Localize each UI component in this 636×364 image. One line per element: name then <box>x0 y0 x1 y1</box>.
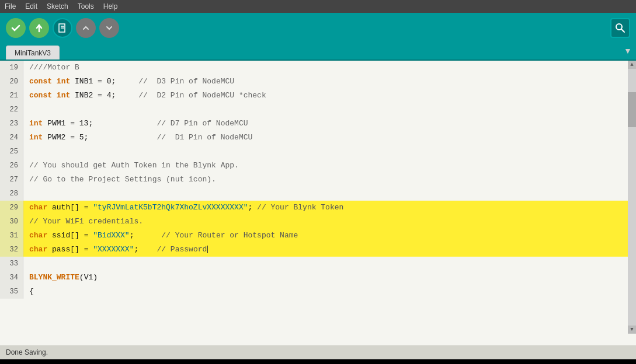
code-line: 22 <box>0 103 628 117</box>
scroll-down-arrow[interactable]: ▼ <box>628 326 636 334</box>
menu-file[interactable]: File <box>5 2 16 10</box>
upload-button[interactable] <box>29 18 49 38</box>
line-content: // You should get Auth Token in the Blyn… <box>23 159 628 173</box>
save-button[interactable] <box>99 18 119 38</box>
line-content: ////Motor B <box>23 61 628 75</box>
line-number: 30 <box>0 215 23 229</box>
menu-sketch[interactable]: Sketch <box>47 2 68 10</box>
tabbar: MiniTankV3 ▼ <box>0 43 636 61</box>
line-number: 25 <box>0 145 23 159</box>
menu-edit[interactable]: Edit <box>25 2 37 10</box>
code-line: 20const int INB1 = 0; // D3 Pin of NodeM… <box>0 75 628 89</box>
line-number: 32 <box>0 243 23 257</box>
line-number: 26 <box>0 159 23 173</box>
menu-help[interactable]: Help <box>103 2 118 10</box>
code-line: 33 <box>0 257 628 271</box>
line-number: 33 <box>0 257 23 271</box>
line-content: // Your WiFi credentials. <box>23 215 628 229</box>
line-number: 34 <box>0 271 23 285</box>
line-content: char pass[] = "XXXXXXX"; // Password <box>23 243 628 257</box>
code-area[interactable]: 19////Motor B20const int INB1 = 0; // D3… <box>0 61 628 345</box>
svg-line-5 <box>621 29 624 32</box>
line-number: 23 <box>0 117 23 131</box>
line-number: 31 <box>0 229 23 243</box>
line-content: int PWM1 = 13; // D7 Pin of NodeMCU <box>23 117 628 131</box>
code-line: 21const int INB2 = 4; // D2 Pin of NodeM… <box>0 89 628 103</box>
line-content: const int INB2 = 4; // D2 Pin of NodeMCU… <box>23 89 628 103</box>
editor-container: 19////Motor B20const int INB1 = 0; // D3… <box>0 61 636 345</box>
scroll-up-arrow[interactable]: ▲ <box>628 61 636 69</box>
statusbar: Done Saving. <box>0 345 636 359</box>
code-line: 30// Your WiFi credentials. <box>0 215 628 229</box>
code-line: 28 <box>0 187 628 201</box>
line-number: 28 <box>0 187 23 201</box>
verify-button[interactable] <box>6 18 26 38</box>
code-line: 27// Go to the Project Settings (nut ico… <box>0 173 628 187</box>
line-number: 19 <box>0 61 23 75</box>
line-content: BLYNK_WRITE(V1) <box>23 271 628 285</box>
line-number: 35 <box>0 285 23 299</box>
status-text: Done Saving. <box>6 348 48 356</box>
line-content <box>23 257 628 271</box>
bottom-area <box>0 359 636 364</box>
tab-dropdown-button[interactable]: ▼ <box>620 42 636 60</box>
menubar: File Edit Sketch Tools Help <box>0 0 636 13</box>
line-content: char auth[] = "tyRJVmLatK5bT2hQk7XhoZLvX… <box>23 201 628 215</box>
code-line: 23int PWM1 = 13; // D7 Pin of NodeMCU <box>0 117 628 131</box>
line-content: { <box>23 285 628 299</box>
line-number: 29 <box>0 201 23 215</box>
scrollbar[interactable]: ▲ ▼ <box>628 61 636 334</box>
code-line: 24int PWM2 = 5; // D1 Pin of NodeMCU <box>0 131 628 145</box>
line-content <box>23 187 628 201</box>
line-content <box>23 145 628 159</box>
line-content: char ssid[] = "BidXXX"; // Your Router o… <box>23 229 628 243</box>
line-number: 24 <box>0 131 23 145</box>
line-content <box>23 103 628 117</box>
line-number: 21 <box>0 89 23 103</box>
search-button[interactable] <box>610 18 630 38</box>
tab-minitankv3[interactable]: MiniTankV3 <box>6 46 60 60</box>
line-content: int PWM2 = 5; // D1 Pin of NodeMCU <box>23 131 628 145</box>
code-line: 32char pass[] = "XXXXXXX"; // Password <box>0 243 628 257</box>
open-button[interactable] <box>76 18 96 38</box>
code-line: 29char auth[] = "tyRJVmLatK5bT2hQk7XhoZL… <box>0 201 628 215</box>
code-line: 26// You should get Auth Token in the Bl… <box>0 159 628 173</box>
line-number: 27 <box>0 173 23 187</box>
line-number: 20 <box>0 75 23 89</box>
code-line: 34BLYNK_WRITE(V1) <box>0 271 628 285</box>
line-content: // Go to the Project Settings (nut icon)… <box>23 173 628 187</box>
code-line: 19////Motor B <box>0 61 628 75</box>
line-content: const int INB1 = 0; // D3 Pin of NodeMCU <box>23 75 628 89</box>
code-line: 31char ssid[] = "BidXXX"; // Your Router… <box>0 229 628 243</box>
new-button[interactable] <box>53 18 72 38</box>
toolbar <box>0 13 636 43</box>
line-number: 22 <box>0 103 23 117</box>
code-line: 35{ <box>0 285 628 299</box>
toolbar-right <box>610 18 630 38</box>
menu-tools[interactable]: Tools <box>78 2 94 10</box>
code-line: 25 <box>0 145 628 159</box>
scroll-thumb[interactable] <box>628 92 636 127</box>
